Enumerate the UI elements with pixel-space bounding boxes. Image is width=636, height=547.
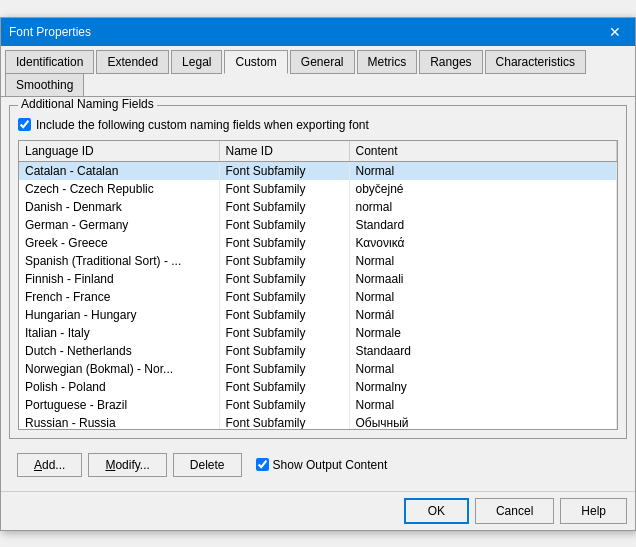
- cell-name-id: Font Subfamily: [219, 288, 349, 306]
- cell-content: Обычный: [349, 414, 617, 430]
- cell-language: Czech - Czech Republic: [19, 180, 219, 198]
- cell-language: Dutch - Netherlands: [19, 342, 219, 360]
- include-checkbox-row: Include the following custom naming fiel…: [18, 118, 618, 132]
- group-title: Additional Naming Fields: [18, 97, 157, 111]
- table-body: Catalan - CatalanFont SubfamilyNormalCze…: [19, 161, 617, 430]
- table-row[interactable]: Greek - GreeceFont SubfamilyΚανονικά: [19, 234, 617, 252]
- cell-content: Normaali: [349, 270, 617, 288]
- add-button[interactable]: Add...: [17, 453, 82, 477]
- table-row[interactable]: Spanish (Traditional Sort) - ...Font Sub…: [19, 252, 617, 270]
- cell-language: German - Germany: [19, 216, 219, 234]
- tab-content: Additional Naming Fields Include the fol…: [1, 97, 635, 491]
- cell-content: Κανονικά: [349, 234, 617, 252]
- cell-language: Catalan - Catalan: [19, 161, 219, 180]
- cell-name-id: Font Subfamily: [219, 198, 349, 216]
- cell-name-id: Font Subfamily: [219, 306, 349, 324]
- cell-content: Normalny: [349, 378, 617, 396]
- table-row[interactable]: Dutch - NetherlandsFont SubfamilyStandaa…: [19, 342, 617, 360]
- table-row[interactable]: Polish - PolandFont SubfamilyNormalny: [19, 378, 617, 396]
- include-checkbox[interactable]: [18, 118, 31, 131]
- action-bar: Add... Modify... Delete Show Output Cont…: [9, 447, 627, 483]
- cell-language: Finnish - Finland: [19, 270, 219, 288]
- table-row[interactable]: Catalan - CatalanFont SubfamilyNormal: [19, 161, 617, 180]
- help-label: Help: [581, 504, 606, 518]
- table-row[interactable]: Portuguese - BrazilFont SubfamilyNormal: [19, 396, 617, 414]
- show-output-label: Show Output Content: [273, 458, 388, 472]
- table-row[interactable]: Czech - Czech RepublicFont Subfamilyobyč…: [19, 180, 617, 198]
- tab-custom[interactable]: Custom: [224, 50, 287, 74]
- cell-content: Normal: [349, 396, 617, 414]
- cell-name-id: Font Subfamily: [219, 234, 349, 252]
- cell-name-id: Font Subfamily: [219, 342, 349, 360]
- cell-language: Italian - Italy: [19, 324, 219, 342]
- tab-ranges[interactable]: Ranges: [419, 50, 482, 74]
- cell-content: Normal: [349, 288, 617, 306]
- cell-content: Normál: [349, 306, 617, 324]
- cell-name-id: Font Subfamily: [219, 396, 349, 414]
- show-output-checkbox[interactable]: [256, 458, 269, 471]
- modify-label: Modify...: [105, 458, 149, 472]
- table-row[interactable]: Russian - RussiaFont SubfamilyОбычный: [19, 414, 617, 430]
- tab-identification[interactable]: Identification: [5, 50, 94, 74]
- cell-content: Standard: [349, 216, 617, 234]
- tab-bar: Identification Extended Legal Custom Gen…: [1, 46, 635, 97]
- cell-name-id: Font Subfamily: [219, 270, 349, 288]
- window-title: Font Properties: [9, 25, 91, 39]
- tab-characteristics[interactable]: Characteristics: [485, 50, 586, 74]
- tab-metrics[interactable]: Metrics: [357, 50, 418, 74]
- naming-table: Language ID Name ID Content Catalan - Ca…: [19, 141, 617, 430]
- cell-language: Polish - Poland: [19, 378, 219, 396]
- cell-content: Normale: [349, 324, 617, 342]
- cell-content: Normal: [349, 161, 617, 180]
- help-button[interactable]: Help: [560, 498, 627, 524]
- naming-table-container: Language ID Name ID Content Catalan - Ca…: [18, 140, 618, 430]
- table-row[interactable]: French - FranceFont SubfamilyNormal: [19, 288, 617, 306]
- cell-name-id: Font Subfamily: [219, 252, 349, 270]
- cell-language: French - France: [19, 288, 219, 306]
- col-content: Content: [349, 141, 617, 162]
- cell-language: Hungarian - Hungary: [19, 306, 219, 324]
- cell-language: Danish - Denmark: [19, 198, 219, 216]
- table-row[interactable]: Hungarian - HungaryFont SubfamilyNormál: [19, 306, 617, 324]
- tab-general[interactable]: General: [290, 50, 355, 74]
- cell-content: Standaard: [349, 342, 617, 360]
- cancel-button[interactable]: Cancel: [475, 498, 554, 524]
- table-row[interactable]: Norwegian (Bokmal) - Nor...Font Subfamil…: [19, 360, 617, 378]
- cell-language: Portuguese - Brazil: [19, 396, 219, 414]
- cell-content: Normal: [349, 252, 617, 270]
- table-row[interactable]: German - GermanyFont SubfamilyStandard: [19, 216, 617, 234]
- cell-name-id: Font Subfamily: [219, 378, 349, 396]
- modify-button[interactable]: Modify...: [88, 453, 166, 477]
- font-properties-window: Font Properties ✕ Identification Extende…: [0, 17, 636, 531]
- delete-label: Delete: [190, 458, 225, 472]
- table-header-row: Language ID Name ID Content: [19, 141, 617, 162]
- table-row[interactable]: Finnish - FinlandFont SubfamilyNormaali: [19, 270, 617, 288]
- cell-name-id: Font Subfamily: [219, 180, 349, 198]
- tab-extended[interactable]: Extended: [96, 50, 169, 74]
- ok-button[interactable]: OK: [404, 498, 469, 524]
- naming-fields-group: Additional Naming Fields Include the fol…: [9, 105, 627, 439]
- col-language-id: Language ID: [19, 141, 219, 162]
- col-name-id: Name ID: [219, 141, 349, 162]
- cell-content: obyčejné: [349, 180, 617, 198]
- footer-bar: OK Cancel Help: [1, 491, 635, 530]
- delete-button[interactable]: Delete: [173, 453, 242, 477]
- cell-language: Norwegian (Bokmal) - Nor...: [19, 360, 219, 378]
- cell-content: normal: [349, 198, 617, 216]
- table-row[interactable]: Danish - DenmarkFont Subfamilynormal: [19, 198, 617, 216]
- cell-name-id: Font Subfamily: [219, 216, 349, 234]
- cell-language: Spanish (Traditional Sort) - ...: [19, 252, 219, 270]
- cell-name-id: Font Subfamily: [219, 324, 349, 342]
- cell-content: Normal: [349, 360, 617, 378]
- cell-name-id: Font Subfamily: [219, 360, 349, 378]
- show-output-row: Show Output Content: [256, 458, 388, 472]
- table-row[interactable]: Italian - ItalyFont SubfamilyNormale: [19, 324, 617, 342]
- cell-name-id: Font Subfamily: [219, 161, 349, 180]
- include-label: Include the following custom naming fiel…: [36, 118, 369, 132]
- close-button[interactable]: ✕: [603, 22, 627, 42]
- title-bar: Font Properties ✕: [1, 18, 635, 46]
- cell-language: Greek - Greece: [19, 234, 219, 252]
- tab-legal[interactable]: Legal: [171, 50, 222, 74]
- tab-smoothing[interactable]: Smoothing: [5, 73, 84, 97]
- add-label: Add...: [34, 458, 65, 472]
